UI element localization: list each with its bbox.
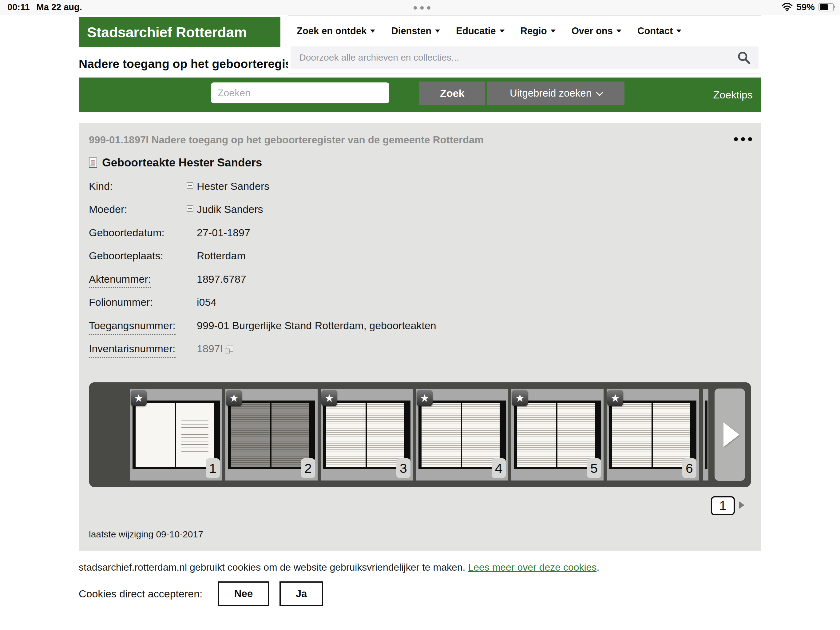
star-favorite-icon[interactable]: ★ <box>607 390 623 406</box>
star-favorite-icon[interactable]: ★ <box>512 390 528 406</box>
field-value: 1897.6787 <box>197 273 246 285</box>
scan-thumbnail-6[interactable]: ★ 6 <box>606 389 699 481</box>
thumbnail-number: 2 <box>301 458 315 478</box>
wifi-icon <box>782 3 793 11</box>
field-row: Geboortedatum: 27-01-1897 <box>79 227 740 242</box>
scan-thumbnail-4[interactable]: ★ 4 <box>416 389 508 481</box>
nav-over-ons[interactable]: Over ons <box>572 25 621 36</box>
chevron-down-icon <box>676 30 681 33</box>
thumbnail-number: 5 <box>587 458 601 478</box>
field-label: Geboortedatum: <box>89 227 164 239</box>
field-row: Inventarisnummer: 1897I <box>79 343 740 358</box>
status-bar: 00:11Ma 22 aug. 59% <box>0 0 840 15</box>
status-time-date: 00:11Ma 22 aug. <box>7 2 82 12</box>
field-value: Judik Sanders <box>197 203 263 215</box>
multitask-dots-icon <box>414 6 431 9</box>
filmstrip-next-button[interactable] <box>715 388 745 481</box>
document-icon <box>89 157 97 168</box>
field-value: i054 <box>197 296 216 308</box>
cookie-message: stadsarchief.rotterdam.nl gebruikt cooki… <box>79 562 599 573</box>
chevron-down-icon <box>500 30 505 33</box>
site-search-input[interactable] <box>298 52 737 63</box>
thumbnail-number: 3 <box>396 458 411 478</box>
record-title-row: Geboorteakte Hester Sanders <box>89 156 262 169</box>
screen: 00:11Ma 22 aug. 59% Stadsarchief Rotterd… <box>0 0 840 630</box>
thumbnail-number: 4 <box>492 458 506 478</box>
status-right: 59% <box>782 2 834 12</box>
field-row: Aktenummer: 1897.6787 <box>79 273 740 288</box>
scan-thumbnail-5[interactable]: ★ 5 <box>511 389 603 481</box>
star-favorite-icon[interactable]: ★ <box>131 390 147 406</box>
nav-contact[interactable]: Contact <box>637 25 681 36</box>
star-favorite-icon[interactable]: ★ <box>321 390 337 406</box>
chevron-down-icon <box>596 89 603 96</box>
record-title: Geboorteakte Hester Sanders <box>102 156 262 169</box>
field-value: 27-01-1897 <box>197 227 250 239</box>
field-label: Kind: <box>89 180 113 192</box>
expand-plus-icon[interactable] <box>186 205 193 212</box>
thumbnail-number: 6 <box>682 458 696 478</box>
nav-educatie[interactable]: Educatie <box>456 25 504 36</box>
site-logo[interactable]: Stadsarchief Rotterdam <box>79 17 280 47</box>
play-triangle-icon <box>723 423 739 447</box>
field-label: Geboorteplaats: <box>89 250 163 262</box>
star-favorite-icon[interactable]: ★ <box>226 390 242 406</box>
chevron-down-icon <box>551 30 556 33</box>
search-band: Zoek Uitgebreid zoeken Zoektips <box>79 78 761 112</box>
last-modified: laatste wijziging 09-10-2017 <box>89 529 203 540</box>
site-search-bar <box>291 46 758 69</box>
star-favorite-icon[interactable]: ★ <box>417 390 433 406</box>
date: Ma 22 aug. <box>36 2 82 12</box>
search-button[interactable]: Zoek <box>419 82 485 105</box>
battery-percent: 59% <box>796 2 815 12</box>
cookie-decline-button[interactable]: Nee <box>218 581 269 606</box>
battery-icon <box>818 3 834 11</box>
field-row: Geboorteplaats: Rotterdam <box>79 250 740 265</box>
external-link-icon <box>227 345 234 351</box>
field-value: Rotterdam <box>197 250 246 262</box>
pagination-next-icon[interactable] <box>739 502 744 509</box>
cookie-prompt: Cookies direct accepteren: <box>79 581 203 606</box>
scan-thumbnail-partial[interactable] <box>703 389 708 481</box>
cookie-accept-button[interactable]: Ja <box>279 581 323 606</box>
site-logo-text: Stadsarchief Rotterdam <box>87 24 246 41</box>
field-row: Folionummer: i054 <box>79 296 740 312</box>
scan-thumbnail-2[interactable]: ★ 2 <box>225 389 317 481</box>
thumbnail-number: 1 <box>206 458 220 478</box>
advanced-search-button[interactable]: Uitgebreid zoeken <box>487 82 624 105</box>
nav-zoek-en-ontdek[interactable]: Zoek en ontdek <box>297 25 375 36</box>
search-tips-link[interactable]: Zoektips <box>713 78 753 112</box>
clock: 00:11 <box>7 2 30 12</box>
scan-thumbnail-3[interactable]: ★ 3 <box>321 389 413 481</box>
nav-regio[interactable]: Regio <box>521 25 556 36</box>
expand-plus-icon[interactable] <box>186 182 193 189</box>
cookie-banner: stadsarchief.rotterdam.nl gebruikt cooki… <box>0 551 840 630</box>
field-row: Kind: Hester Sanders <box>79 180 740 196</box>
field-label: Moeder: <box>89 203 127 215</box>
cookie-info-link[interactable]: Lees meer over deze cookies <box>468 562 597 573</box>
field-value: Hester Sanders <box>197 180 269 192</box>
image-filmstrip: ★ 1 ★ 2 ★ 3 ★ 4 ★ 5 <box>89 382 751 487</box>
chevron-down-icon <box>616 30 621 33</box>
nav-diensten[interactable]: Diensten <box>391 25 440 36</box>
main-nav: Zoek en ontdek Diensten Educatie Regio O… <box>297 16 681 46</box>
collection-title: 999-01.1897I Nadere toegang op het geboo… <box>89 134 484 146</box>
more-options-icon[interactable] <box>734 137 752 141</box>
page-heading: Nadere toegang op het geboorteregister <box>79 57 307 71</box>
field-value: 999-01 Burgerlijke Stand Rotterdam, gebo… <box>197 320 436 332</box>
chevron-down-icon <box>370 30 375 33</box>
pagination-page-1[interactable]: 1 <box>711 496 735 515</box>
field-row: Toegangsnummer: 999-01 Burgerlijke Stand… <box>79 320 740 335</box>
header-panel: Zoek en ontdek Diensten Educatie Regio O… <box>288 15 761 74</box>
scan-thumbnail-1[interactable]: ★ 1 <box>130 389 222 481</box>
search-icon[interactable] <box>737 51 750 64</box>
field-label-tooltip[interactable]: Toegangsnummer: <box>89 320 175 335</box>
record-card: 999-01.1897I Nadere toegang op het geboo… <box>79 123 761 551</box>
chevron-down-icon <box>435 30 440 33</box>
field-label-tooltip[interactable]: Inventarisnummer: <box>89 343 175 358</box>
field-row: Moeder: Judik Sanders <box>79 203 740 219</box>
field-label-tooltip[interactable]: Aktenummer: <box>89 273 151 288</box>
field-label: Folionummer: <box>89 296 153 308</box>
search-input[interactable] <box>211 82 389 103</box>
field-value-link[interactable]: 1897I <box>197 343 234 355</box>
